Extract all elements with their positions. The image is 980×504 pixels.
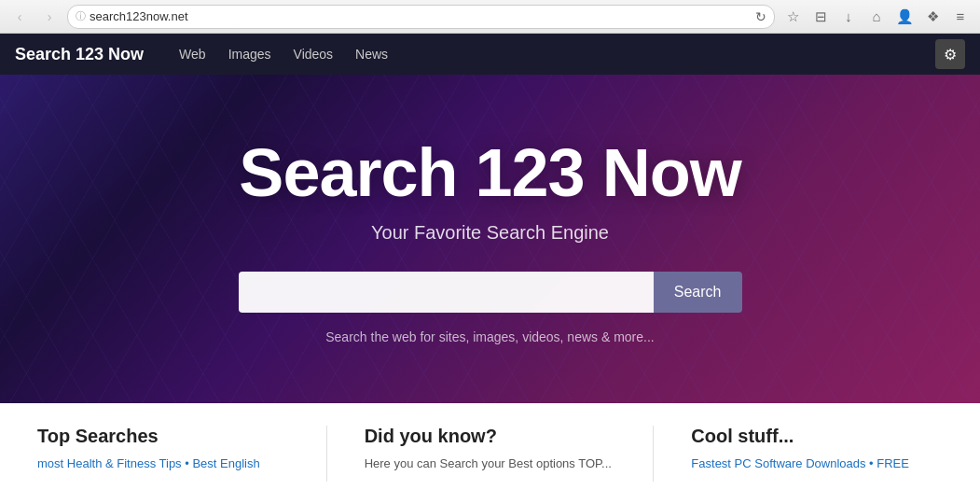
star-icon[interactable]: ☆ bbox=[780, 5, 805, 29]
site-logo: Search 123 Now bbox=[15, 45, 144, 64]
divider-1 bbox=[326, 426, 327, 482]
home-icon[interactable]: ⌂ bbox=[864, 5, 889, 29]
top-searches-link[interactable]: most Health & Fitness Tips • Best Englis… bbox=[37, 456, 260, 470]
hero-subtitle: Your Favorite Search Engine bbox=[371, 222, 609, 244]
forward-button[interactable]: › bbox=[37, 5, 62, 29]
avatar-icon[interactable]: 👤 bbox=[892, 5, 917, 29]
address-bar[interactable] bbox=[90, 9, 752, 23]
top-searches-title: Top Searches bbox=[37, 426, 289, 447]
bottom-section: Top Searches most Health & Fitness Tips … bbox=[0, 403, 980, 504]
top-searches-content: most Health & Fitness Tips • Best Englis… bbox=[37, 455, 289, 473]
nav-link-videos[interactable]: Videos bbox=[294, 47, 334, 62]
pocket-icon[interactable]: ❖ bbox=[920, 5, 945, 29]
nav-link-web[interactable]: Web bbox=[179, 47, 206, 62]
nav-link-news[interactable]: News bbox=[355, 47, 388, 62]
download-icon[interactable]: ↓ bbox=[836, 5, 861, 29]
info-icon: ⓘ bbox=[76, 9, 86, 23]
search-input[interactable] bbox=[239, 272, 654, 313]
did-you-know-title: Did you know? bbox=[365, 426, 616, 447]
search-box: Search bbox=[239, 272, 742, 313]
toolbar-icons: ☆ ⊟ ↓ ⌂ 👤 ❖ ≡ bbox=[780, 5, 973, 29]
address-bar-container: ⓘ ↻ bbox=[67, 5, 775, 29]
back-button[interactable]: ‹ bbox=[7, 5, 32, 29]
menu-icon[interactable]: ≡ bbox=[948, 5, 973, 29]
search-hint: Search the web for sites, images, videos… bbox=[325, 329, 655, 344]
nav-link-images[interactable]: Images bbox=[228, 47, 271, 62]
site-navbar: Search 123 Now Web Images Videos News ⚙ bbox=[0, 34, 980, 75]
reading-list-icon[interactable]: ⊟ bbox=[808, 5, 833, 29]
reload-icon[interactable]: ↻ bbox=[755, 9, 766, 24]
did-you-know-content: Here you can Search your Best options TO… bbox=[365, 455, 616, 473]
cool-stuff-title: Cool stuff... bbox=[691, 426, 943, 447]
hero-title: Search 123 Now bbox=[239, 134, 740, 211]
cool-stuff-col: Cool stuff... Fastest PC Software Downlo… bbox=[691, 426, 943, 482]
divider-2 bbox=[653, 426, 654, 482]
top-searches-col: Top Searches most Health & Fitness Tips … bbox=[37, 426, 289, 482]
nav-links: Web Images Videos News bbox=[179, 47, 909, 62]
browser-chrome: ‹ › ⓘ ↻ ☆ ⊟ ↓ ⌂ 👤 ❖ ≡ bbox=[0, 0, 980, 34]
settings-icon: ⚙ bbox=[944, 46, 957, 63]
hero-section: Search 123 Now Your Favorite Search Engi… bbox=[0, 75, 980, 403]
did-you-know-col: Did you know? Here you can Search your B… bbox=[365, 426, 616, 482]
cool-stuff-content: Fastest PC Software Downloads • FREE bbox=[691, 455, 943, 473]
search-button[interactable]: Search bbox=[654, 272, 742, 313]
cool-stuff-link[interactable]: Fastest PC Software Downloads • FREE bbox=[691, 456, 909, 470]
settings-button[interactable]: ⚙ bbox=[935, 39, 965, 69]
